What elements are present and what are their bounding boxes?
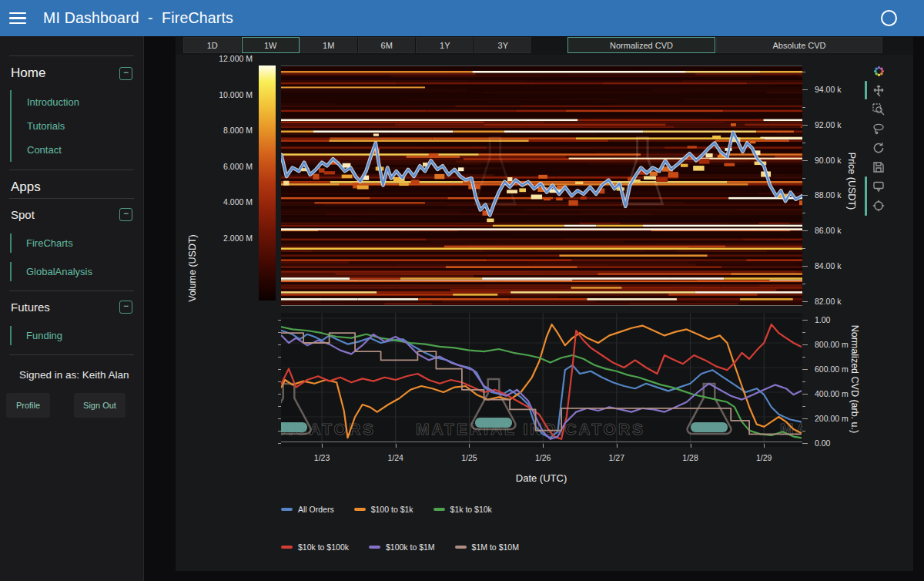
tick-mark bbox=[802, 301, 808, 302]
tick-mark bbox=[802, 213, 805, 213]
tick-mark bbox=[802, 431, 805, 432]
section-title-futures: Futures bbox=[11, 301, 50, 314]
orderbook-heatmap-chart[interactable] bbox=[281, 65, 802, 306]
sidebar-item-introduction[interactable]: Introduction bbox=[12, 90, 143, 114]
tick-mark bbox=[802, 344, 808, 345]
section-title-spot: Spot bbox=[11, 208, 35, 221]
collapse-icon[interactable]: − bbox=[119, 67, 132, 80]
sidebar-item-tutorials[interactable]: Tutorials bbox=[12, 114, 143, 138]
status-circle-icon[interactable] bbox=[881, 10, 897, 26]
legend-swatch bbox=[281, 508, 293, 511]
legend-item--1m-to-10m[interactable]: $1M to $10M bbox=[455, 542, 519, 552]
price-tick-label: 86.00 k bbox=[815, 226, 841, 235]
firecharts-dashboard: MI Dashboard - FireCharts Home − Introdu… bbox=[0, 0, 924, 581]
modebar-active-indicator bbox=[865, 81, 867, 99]
x-tick-label: 1/29 bbox=[756, 453, 772, 462]
collapse-icon[interactable]: − bbox=[119, 208, 132, 221]
range-button-1w[interactable]: 1W bbox=[242, 37, 300, 53]
legend-item--100-to-1k[interactable]: $100 to $1k bbox=[354, 505, 413, 514]
range-button-6m[interactable]: 6M bbox=[358, 37, 417, 53]
price-tick-label: 92.00 k bbox=[815, 120, 841, 129]
flask-liquid bbox=[691, 422, 728, 432]
zoom-icon[interactable] bbox=[870, 101, 887, 118]
sidebar-item-firecharts[interactable]: FireCharts bbox=[26, 237, 143, 249]
plotly-logo[interactable] bbox=[870, 62, 887, 79]
tick-mark bbox=[802, 248, 805, 249]
tick-mark bbox=[802, 195, 808, 196]
sign-out-button[interactable]: Sign Out bbox=[74, 393, 126, 418]
volume-colorbar bbox=[259, 65, 276, 301]
pan-icon[interactable] bbox=[870, 82, 887, 99]
sidebar-section-spot: Spot − bbox=[0, 199, 143, 224]
cvd-mode-buttons: Normalized CVDAbsolute CVD bbox=[567, 37, 882, 53]
tick-mark bbox=[278, 443, 281, 444]
hover-icon[interactable] bbox=[870, 178, 887, 195]
range-button-3y[interactable]: 3Y bbox=[474, 37, 533, 53]
tick-mark bbox=[802, 125, 808, 126]
cvd-tick-label: 600.00 m bbox=[815, 364, 849, 374]
x-axis-title: Date (UTC) bbox=[516, 472, 567, 484]
tick-mark bbox=[802, 443, 808, 444]
tick-mark bbox=[802, 394, 808, 395]
flask-liquid bbox=[475, 418, 512, 428]
range-button-1y[interactable]: 1Y bbox=[416, 37, 474, 53]
save-icon[interactable] bbox=[870, 159, 887, 176]
tick-mark bbox=[278, 381, 281, 382]
price-tick-label: 88.00 k bbox=[815, 190, 841, 200]
x-tick-label: 1/26 bbox=[535, 453, 551, 462]
tick-mark bbox=[802, 357, 805, 358]
range-button-1m[interactable]: 1M bbox=[300, 37, 358, 53]
tick-mark bbox=[802, 332, 805, 333]
tick-mark bbox=[802, 381, 805, 382]
legend-item--1k-to-10k[interactable]: $1k to $10k bbox=[434, 505, 492, 514]
legend-row-2: $10k to $100k$100k to $1M$1M to $10M bbox=[281, 542, 519, 552]
tick-mark bbox=[617, 444, 618, 448]
legend-item--100k-to-1m[interactable]: $100k to $1M bbox=[369, 542, 435, 552]
legend-item-all-orders[interactable]: All Orders bbox=[281, 505, 334, 514]
time-range-buttons: 1D1W1M6M1Y3Y bbox=[183, 37, 532, 53]
tick-mark bbox=[278, 406, 281, 407]
autoscale-icon[interactable] bbox=[870, 139, 887, 156]
crosshair-icon[interactable] bbox=[870, 197, 887, 214]
legend-item--10k-to-100k[interactable]: $10k to $100k bbox=[281, 542, 349, 552]
signed-in-text: Signed in as: Keith Alan bbox=[19, 369, 143, 381]
sidebar-divider bbox=[9, 354, 134, 355]
tick-mark bbox=[764, 444, 765, 448]
sidebar-item-globalanalysis[interactable]: GlobalAnalysis bbox=[26, 266, 143, 277]
tick-mark bbox=[278, 357, 281, 358]
tick-mark bbox=[469, 444, 470, 448]
x-tick-label: 1/28 bbox=[682, 453, 698, 462]
mode-button-normalized-cvd[interactable]: Normalized CVD bbox=[567, 37, 715, 53]
legend-label: $1M to $10M bbox=[472, 542, 519, 552]
range-button-1d[interactable]: 1D bbox=[183, 37, 242, 53]
price-tick-label: 82.00 k bbox=[815, 297, 841, 306]
hamburger-menu-icon[interactable] bbox=[9, 12, 26, 24]
cvd-axis-title: Normalized CVD (arb. u.) bbox=[849, 325, 860, 433]
tick-mark bbox=[802, 107, 805, 108]
normalized-cvd-chart[interactable]: MATERIAL INDICATORSMATERIAL INDICATORSMA… bbox=[281, 313, 802, 447]
profile-button[interactable]: Profile bbox=[6, 393, 50, 418]
collapse-icon[interactable]: − bbox=[119, 301, 132, 314]
colorbar-tick-label: 4.000 M bbox=[179, 197, 253, 207]
x-tick-label: 1/27 bbox=[609, 453, 624, 462]
mode-button-absolute-cvd[interactable]: Absolute CVD bbox=[716, 37, 882, 53]
home-items: Introduction Tutorials Contact bbox=[10, 90, 143, 162]
tick-mark bbox=[802, 178, 805, 179]
tick-mark bbox=[278, 431, 281, 432]
tick-mark bbox=[278, 369, 281, 370]
tick-mark bbox=[802, 369, 808, 370]
cvd-tick-label: 200.00 m bbox=[815, 414, 849, 423]
chart-panel: 1D1W1M6M1Y3Y Normalized CVDAbsolute CVD … bbox=[176, 37, 913, 571]
legend-swatch bbox=[281, 546, 293, 549]
sidebar-item-funding[interactable]: Funding bbox=[26, 330, 143, 341]
sidebar-item-contact[interactable]: Contact bbox=[12, 138, 143, 162]
sidebar-item-globalanalysis-wrap: GlobalAnalysis bbox=[10, 262, 143, 281]
tick-mark bbox=[278, 394, 281, 395]
flask-liquid bbox=[281, 422, 307, 432]
sidebar-buttons: Profile Sign Out bbox=[6, 393, 143, 418]
colorbar-tick-label: 6.000 M bbox=[179, 162, 253, 171]
lasso-icon[interactable] bbox=[870, 120, 887, 137]
tick-mark bbox=[802, 284, 805, 284]
colorbar-tick-label: 8.000 M bbox=[179, 126, 253, 135]
tick-mark bbox=[543, 444, 544, 448]
